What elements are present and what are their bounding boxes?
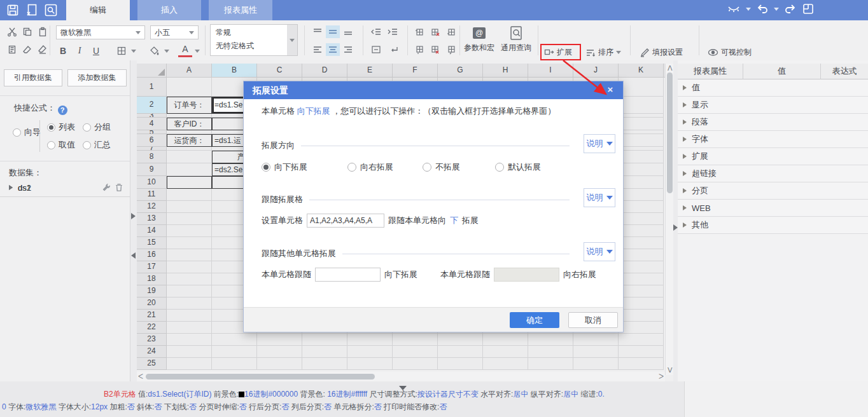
halign-center-icon[interactable]	[326, 43, 340, 56]
cell-B25[interactable]	[212, 358, 257, 370]
outdent-icon[interactable]	[369, 25, 383, 38]
radio-列表[interactable]: 列表	[47, 121, 83, 133]
cell-K10[interactable]	[619, 176, 664, 189]
layout-icon[interactable]	[802, 3, 815, 15]
cell-A6[interactable]: 运货商：	[167, 134, 212, 147]
sidebar-splitter[interactable]	[130, 60, 137, 381]
preview-icon[interactable]	[44, 3, 58, 17]
row-header-19[interactable]: 19	[137, 285, 167, 297]
rpanel-header-attr[interactable]: 报表属性	[678, 64, 743, 79]
cell-I23[interactable]	[528, 334, 573, 346]
vertical-scroll-thumb[interactable]	[667, 72, 673, 193]
tab-插入[interactable]: 插入	[137, 0, 201, 20]
column-header-K[interactable]: K	[619, 64, 664, 78]
chevron-down-icon[interactable]	[164, 50, 169, 53]
row-header-13[interactable]: 13	[137, 213, 167, 225]
row-header-17[interactable]: 17	[137, 261, 167, 273]
follow-cell-direction[interactable]: 下	[450, 215, 458, 226]
wrap-text-icon[interactable]	[387, 43, 401, 56]
scroll-down-icon[interactable]: ᐯ	[668, 366, 673, 375]
cell-A17[interactable]	[167, 261, 212, 273]
cell-A13[interactable]	[167, 213, 212, 225]
undo-icon[interactable]	[756, 3, 769, 15]
row-header-23[interactable]: 23	[137, 334, 167, 346]
scroll-left-icon[interactable]: ᐸ	[138, 372, 143, 381]
row-header-8[interactable]: 8	[137, 151, 167, 163]
cell-I24[interactable]	[528, 346, 573, 358]
cell-I25[interactable]	[528, 358, 573, 370]
cell-K22[interactable]	[619, 322, 664, 334]
underline-button[interactable]: U	[89, 46, 103, 56]
cell-K17[interactable]	[619, 261, 664, 273]
cell-format-select[interactable]: 常规 无特定格式	[210, 24, 298, 56]
tab-报表属性[interactable]: 报表属性	[209, 0, 272, 20]
radio-向右拓展[interactable]: 向右拓展	[347, 161, 393, 173]
chevron-down-icon[interactable]	[746, 8, 751, 11]
cell-C23[interactable]	[257, 334, 302, 346]
close-icon[interactable]: ×	[604, 81, 617, 99]
cell-K25[interactable]	[619, 358, 664, 370]
row-header-15[interactable]: 15	[137, 237, 167, 249]
ref-dataset-button[interactable]: 引用数据集	[4, 69, 62, 86]
cell-K12[interactable]	[619, 201, 664, 213]
clear-cell-icon[interactable]	[444, 43, 458, 56]
column-header-D[interactable]: D	[302, 64, 347, 78]
row-header-12[interactable]: 12	[137, 201, 167, 213]
row-header-1[interactable]: 1	[137, 78, 167, 97]
font-family-select[interactable]: 微软雅黑	[56, 25, 145, 39]
row-header-4[interactable]: 4	[137, 118, 167, 130]
cell-A14[interactable]	[167, 225, 212, 237]
cell-K15[interactable]	[619, 237, 664, 249]
help-button-follow-other[interactable]: 说明	[584, 242, 615, 261]
cell-K1[interactable]	[619, 78, 664, 97]
follow-cell-input[interactable]	[307, 214, 384, 228]
help-button-follow-cell[interactable]: 说明	[584, 188, 615, 207]
radio-汇总[interactable]: 汇总	[83, 139, 118, 151]
row-header-6[interactable]: 6	[137, 134, 167, 147]
cell-F25[interactable]	[393, 358, 438, 370]
cell-G24[interactable]	[438, 346, 483, 358]
cell-H23[interactable]	[483, 334, 528, 346]
cell-A18[interactable]	[167, 273, 212, 285]
collapse-right-icon[interactable]	[131, 213, 136, 219]
cell-K6[interactable]	[619, 134, 664, 147]
valign-middle-icon[interactable]	[326, 25, 340, 38]
valign-top-icon[interactable]	[311, 25, 325, 38]
cell-A16[interactable]	[167, 249, 212, 261]
column-header-E[interactable]: E	[347, 64, 393, 78]
copy-icon[interactable]	[20, 25, 34, 38]
row-header-9[interactable]: 9	[137, 163, 167, 176]
delete-dataset-icon[interactable]	[115, 183, 123, 192]
cell-D24[interactable]	[302, 346, 347, 358]
bold-button[interactable]: B	[56, 46, 70, 56]
row-header-16[interactable]: 16	[137, 249, 167, 261]
delete-cell-icon[interactable]	[428, 43, 442, 56]
column-header-B[interactable]: B	[212, 64, 257, 78]
collapse-left-icon[interactable]	[131, 252, 136, 259]
rpanel-item-字体[interactable]: 字体	[678, 131, 868, 148]
clear-format-icon[interactable]	[36, 43, 50, 56]
cell-A22[interactable]	[167, 322, 212, 334]
cell-A20[interactable]	[167, 297, 212, 310]
follow-other-down-input[interactable]	[315, 268, 381, 282]
cell-K19[interactable]	[619, 285, 664, 297]
rpanel-item-段落[interactable]: 段落	[678, 114, 868, 131]
add-dataset-button[interactable]: 添加数据集	[67, 69, 127, 86]
cell-H24[interactable]	[483, 346, 528, 358]
vertical-scrollbar[interactable]: ᐱ ᐯ	[665, 64, 674, 375]
row-header-20[interactable]: 20	[137, 297, 167, 310]
cell-K4[interactable]	[619, 118, 664, 130]
edit-dataset-icon[interactable]	[102, 183, 111, 192]
halign-left-icon[interactable]	[311, 43, 325, 56]
insert-cell-icon[interactable]	[412, 43, 426, 56]
cell-J23[interactable]	[573, 334, 619, 346]
radio-向下拓展[interactable]: 向下拓展	[262, 161, 307, 173]
row-header-21[interactable]: 21	[137, 310, 167, 322]
radio-取值[interactable]: 取值	[47, 139, 83, 151]
indent-icon[interactable]	[386, 25, 400, 38]
cell-A19[interactable]	[167, 285, 212, 297]
cell-J25[interactable]	[573, 358, 619, 370]
cell-A1[interactable]	[167, 78, 212, 97]
radio-wizard[interactable]: 向导	[13, 126, 48, 138]
fill-color-icon[interactable]	[148, 44, 162, 57]
